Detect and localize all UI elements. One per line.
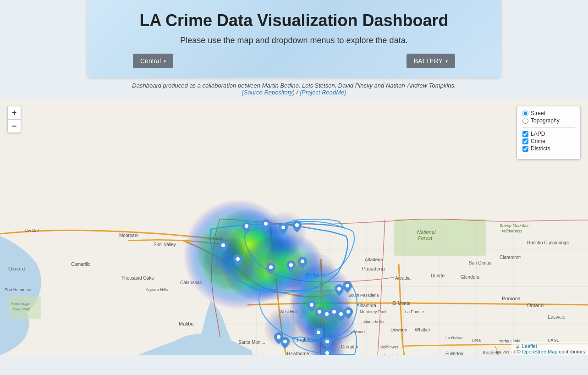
map-pin[interactable] bbox=[335, 284, 344, 296]
attribution-area: Dashboard produced as a collaboration be… bbox=[0, 77, 588, 99]
svg-text:Rancho Cucamonga: Rancho Cucamonga bbox=[527, 240, 569, 245]
svg-text:Downey: Downey bbox=[390, 327, 407, 332]
header-subtitle: Please use the map and dropdown menus to… bbox=[105, 36, 483, 45]
overlay-checkbox-group: LAPD Crime Districts bbox=[522, 131, 575, 152]
source-repository-link[interactable]: (Source Repository) bbox=[242, 89, 295, 96]
svg-text:Wilderness: Wilderness bbox=[502, 229, 522, 233]
svg-text:Simi Valley: Simi Valley bbox=[154, 242, 176, 247]
svg-text:Sheep Mountain: Sheep Mountain bbox=[500, 223, 530, 228]
header-buttons: Central ▾ BATTERY ▾ bbox=[105, 54, 483, 68]
street-radio[interactable] bbox=[522, 110, 528, 116]
svg-text:Point Mugu: Point Mugu bbox=[11, 302, 30, 306]
crime-checkbox[interactable] bbox=[522, 138, 528, 144]
zoom-in-button[interactable]: + bbox=[8, 106, 21, 119]
svg-text:Camarillo: Camarillo bbox=[71, 262, 91, 267]
map-pin[interactable] bbox=[323, 348, 332, 355]
project-readme-link[interactable]: (Project ReadMe) bbox=[300, 89, 346, 96]
osm-link[interactable]: OpenStreetMap bbox=[522, 349, 558, 354]
map-pin[interactable] bbox=[298, 257, 307, 269]
map-pin[interactable] bbox=[233, 254, 242, 266]
svg-text:La Habra: La Habra bbox=[445, 336, 462, 340]
dropdown1-caret: ▾ bbox=[164, 59, 166, 64]
svg-text:Ontario: Ontario bbox=[527, 303, 544, 308]
svg-point-85 bbox=[295, 223, 299, 227]
svg-text:State Park: State Park bbox=[13, 307, 30, 311]
svg-text:Altadena: Altadena bbox=[365, 257, 383, 262]
svg-text:Compton: Compton bbox=[341, 344, 360, 349]
svg-text:El Monte: El Monte bbox=[392, 301, 411, 306]
svg-text:Calabasas: Calabasas bbox=[180, 280, 202, 285]
svg-text:Port Hueneme: Port Hueneme bbox=[5, 287, 31, 292]
map-container[interactable]: National Forest Sheep Mountain Wildernes… bbox=[0, 99, 588, 355]
svg-point-86 bbox=[221, 243, 225, 247]
crime-checkbox-label[interactable]: Crime bbox=[522, 138, 575, 144]
districts-checkbox-label[interactable]: Districts bbox=[522, 145, 575, 152]
osm-contributors: contributors bbox=[559, 349, 585, 354]
map-pin[interactable] bbox=[292, 221, 302, 232]
map-pin[interactable] bbox=[280, 337, 290, 349]
battery-dropdown[interactable]: BATTERY ▾ bbox=[407, 54, 455, 68]
svg-point-102 bbox=[325, 340, 329, 343]
central-dropdown[interactable]: Central ▾ bbox=[133, 54, 173, 68]
svg-point-101 bbox=[317, 331, 320, 334]
topography-radio[interactable] bbox=[522, 118, 528, 124]
svg-point-95 bbox=[325, 312, 329, 316]
map-pin[interactable] bbox=[343, 281, 352, 293]
zoom-controls: + − bbox=[7, 106, 21, 133]
page-title: LA Crime Data Visualization Dashboard bbox=[105, 11, 483, 30]
svg-text:Eastvale: Eastvale bbox=[548, 314, 566, 320]
map-pin[interactable] bbox=[219, 241, 228, 253]
svg-point-99 bbox=[277, 335, 280, 339]
map-pin[interactable] bbox=[266, 263, 275, 275]
attribution-text: Dashboard produced as a collaboration be… bbox=[132, 82, 456, 89]
map-pin[interactable] bbox=[344, 307, 353, 319]
districts-checkbox[interactable] bbox=[522, 146, 528, 152]
map-pin[interactable] bbox=[323, 337, 332, 349]
svg-text:Arcadia: Arcadia bbox=[395, 276, 411, 281]
svg-text:La Puente: La Puente bbox=[405, 309, 424, 314]
svg-text:San Dimas: San Dimas bbox=[469, 260, 491, 265]
svg-point-91 bbox=[337, 287, 341, 291]
layer-divider bbox=[522, 127, 575, 128]
svg-text:Moorpark: Moorpark bbox=[119, 233, 139, 238]
map-pin[interactable] bbox=[286, 260, 296, 272]
svg-text:Whittier: Whittier bbox=[415, 327, 431, 332]
svg-text:Lynwood: Lynwood bbox=[348, 330, 365, 334]
svg-point-100 bbox=[283, 340, 287, 343]
attribution-leaflet: 🍃 Leaflet bbox=[514, 343, 585, 349]
lapd-label: LAPD bbox=[531, 131, 545, 137]
basemap-radio-group: Street Topography bbox=[522, 110, 575, 124]
svg-text:Lakewood: Lakewood bbox=[379, 354, 398, 355]
svg-point-103 bbox=[325, 351, 329, 355]
svg-text:Pomona: Pomona bbox=[502, 296, 521, 301]
svg-point-84 bbox=[281, 226, 285, 229]
street-radio-label[interactable]: Street bbox=[522, 110, 575, 116]
leaflet-logo: 🍃 bbox=[514, 343, 521, 349]
map-pin[interactable] bbox=[242, 221, 251, 233]
topography-radio-label[interactable]: Topography bbox=[522, 117, 575, 124]
lapd-checkbox[interactable] bbox=[522, 131, 528, 137]
zoom-out-button[interactable]: − bbox=[8, 120, 21, 132]
lapd-checkbox-label[interactable]: LAPD bbox=[522, 131, 575, 137]
svg-text:Malibu: Malibu bbox=[179, 321, 193, 326]
street-label: Street bbox=[531, 110, 545, 116]
districts-label: Districts bbox=[531, 145, 550, 152]
svg-text:Santa Moni...: Santa Moni... bbox=[238, 340, 265, 345]
svg-point-96 bbox=[332, 310, 336, 314]
svg-point-88 bbox=[269, 265, 273, 269]
layer-control-panel: Street Topography LAPD Crime Districts bbox=[517, 106, 581, 160]
svg-text:Forest: Forest bbox=[418, 235, 433, 241]
svg-text:Bellflower: Bellflower bbox=[380, 345, 398, 349]
svg-point-98 bbox=[346, 310, 350, 314]
svg-text:Anaheim: Anaheim bbox=[483, 350, 500, 355]
map-pin[interactable] bbox=[314, 328, 323, 340]
map-pin[interactable] bbox=[261, 219, 270, 231]
svg-text:South Pasadena: South Pasadena bbox=[348, 293, 379, 298]
map-pin[interactable] bbox=[279, 223, 288, 235]
svg-text:Alhambra: Alhambra bbox=[357, 303, 376, 308]
svg-point-82 bbox=[245, 224, 248, 228]
svg-text:Oxnard: Oxnard bbox=[8, 266, 25, 271]
leaflet-link[interactable]: Leaflet bbox=[522, 343, 537, 349]
svg-text:Claremont: Claremont bbox=[500, 255, 521, 260]
svg-text:Duarte: Duarte bbox=[431, 273, 445, 278]
